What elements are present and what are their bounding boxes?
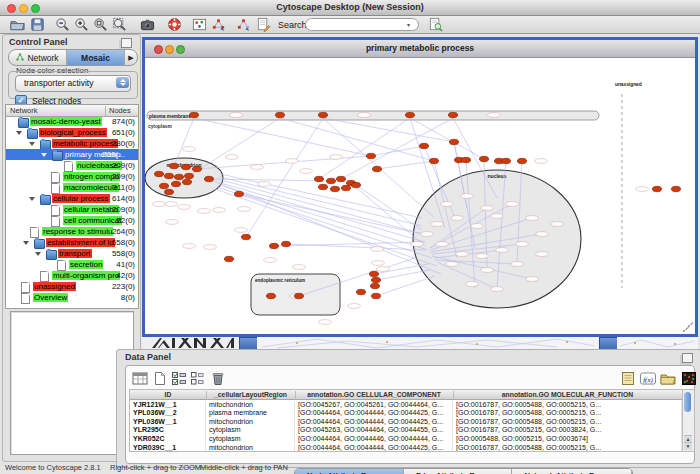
tree-row-cellular-process[interactable]: cellular process614(0) [6,193,138,204]
zoom-selected-region-icon[interactable] [93,17,108,32]
network-node[interactable] [275,112,284,117]
tab-mosaic[interactable]: Mosaic [67,50,125,65]
save-session-icon[interactable] [30,17,45,32]
tree-row-macromolecule[interactable]: macromolecule311(0) [6,182,138,193]
column-header[interactable]: _cellularLayoutRegion [206,391,296,400]
search-input[interactable] [305,18,419,31]
network-node[interactable] [351,182,360,187]
table-row[interactable]: YLR295Ccytoplasm[GO:0045263, GO:0044464,… [130,426,682,435]
scroll-down-icon[interactable]: ▼ [684,442,692,450]
open-session-icon[interactable] [10,17,25,32]
network-node[interactable] [372,166,381,171]
network-node[interactable] [159,183,168,188]
network-frame-titlebar[interactable]: primary metabolic process [145,40,695,58]
enhanced-search-icon[interactable] [428,17,443,32]
attribute-table[interactable]: ID_cellularLayoutRegionannotation.GO CEL… [129,389,683,452]
tree-row-secretion[interactable]: secretion41(0) [6,259,138,270]
table-row[interactable]: YKR052Ccytoplasm[GO:0044464, GO:0044446,… [130,434,682,443]
tree-row-response-to-stimulu[interactable]: response to stimulu264(0) [6,226,138,237]
search-dropdown-arrow-icon[interactable]: ▾ [407,21,410,28]
network-node[interactable] [326,178,335,183]
table-row[interactable]: YDR039C__1mitochondrion[GO:0044464, GO:0… [130,443,682,452]
tree-row-overview[interactable]: Overview8(0) [6,292,138,303]
tree-header-nodes[interactable]: Nodes [105,106,131,116]
tree-row-establishment-of-lo[interactable]: establishment of lo558(0) [6,237,138,248]
scrollbar-thumb[interactable] [684,392,691,412]
tree-row-biological-process[interactable]: biological_process651(0) [6,127,138,138]
network-node[interactable] [189,112,198,117]
network-node[interactable] [294,293,303,298]
network-node[interactable] [405,112,414,117]
more-tabs-arrow-icon[interactable]: ▶ [125,50,137,65]
network-node[interactable] [671,186,680,191]
network-node[interactable] [341,185,350,190]
network-node[interactable] [281,241,290,246]
tab-network[interactable]: Network [9,50,67,65]
network-node[interactable] [371,293,380,298]
network-node[interactable] [154,171,163,176]
snapshot-icon[interactable] [140,17,155,32]
network-node[interactable] [192,166,201,171]
network-node[interactable] [171,181,180,186]
zoom-out-icon[interactable] [55,17,70,32]
network-node[interactable] [204,176,213,181]
network-node[interactable] [371,277,380,282]
select-attributes-icon[interactable] [171,371,187,386]
zoom-fit-icon[interactable] [112,17,127,32]
network-node[interactable] [419,143,428,148]
column-header[interactable]: ID [130,391,207,400]
create-network-view-icon[interactable] [211,17,226,32]
network-node[interactable] [269,243,278,248]
table-row[interactable]: YPL036W__2plasma membrane[GO:0044464, GO… [130,409,682,418]
notepad-icon[interactable] [620,371,636,386]
node-color-dropdown[interactable]: transporter activity [15,75,131,92]
network-node[interactable] [164,173,173,178]
tree-header-network[interactable]: Network [10,106,38,115]
function-builder-icon[interactable]: f(x) [640,371,656,386]
network-node[interactable] [366,153,375,158]
table-row[interactable]: YJR121W__1mitochondrion[GO:0045267, GO:0… [130,400,682,409]
expand-arrow-icon[interactable] [23,241,29,245]
expand-arrow-icon[interactable] [29,142,35,146]
network-node[interactable] [429,158,438,163]
destroy-network-view-icon[interactable] [236,17,251,32]
network-node[interactable] [501,158,510,163]
network-node[interactable] [369,271,378,276]
network-node[interactable] [479,156,488,161]
tree-row-nitrogen-compo[interactable]: nitrogen compo209(0) [6,171,138,182]
unselect-attributes-icon[interactable] [189,371,205,386]
tree-row-transport[interactable]: transport558(0) [6,248,138,259]
network-canvas[interactable]: plasma membranecytoplasmmitochondrionnuc… [145,58,689,328]
network-node[interactable] [224,256,233,261]
resize-grip[interactable] [683,322,693,332]
tree-row-cellular-metabo[interactable]: cellular metabo209(0) [6,204,138,215]
network-node[interactable] [174,174,183,179]
tree-row-primary-metabo[interactable]: primary metabo209(... [6,149,138,160]
network-node[interactable] [461,157,470,162]
column-header[interactable]: annotation.GO MOLECULAR_FUNCTION [453,391,683,400]
zoom-in-icon[interactable] [74,17,89,32]
network-node[interactable] [336,176,345,181]
attribute-table-icon[interactable] [132,371,148,386]
network-node[interactable] [314,176,323,181]
birdseye-view-icon[interactable] [192,17,207,32]
network-node[interactable] [234,191,243,196]
network-node[interactable] [370,283,379,288]
network-node[interactable] [182,179,191,184]
tree-row-metabolic-process[interactable]: metabolic process280(0) [6,138,138,149]
table-scrollbar[interactable]: ▲ ▼ [682,389,695,452]
network-node[interactable] [318,112,327,117]
network-node[interactable] [449,139,458,144]
network-node[interactable] [356,289,365,294]
annotation-icon[interactable] [256,17,271,32]
network-node[interactable] [517,158,526,163]
expand-arrow-icon[interactable] [16,131,22,135]
float-panel-icon[interactable] [121,38,132,48]
tree-row-unassigned[interactable]: unassigned223(0) [6,281,138,292]
network-node[interactable] [652,186,661,191]
tree-row-multi-organism-pro[interactable]: multi-organism pro42(0) [6,270,138,281]
network-node[interactable] [330,186,339,191]
network-node[interactable] [448,112,457,117]
expand-arrow-icon[interactable] [29,197,35,201]
network-node[interactable] [318,184,327,189]
